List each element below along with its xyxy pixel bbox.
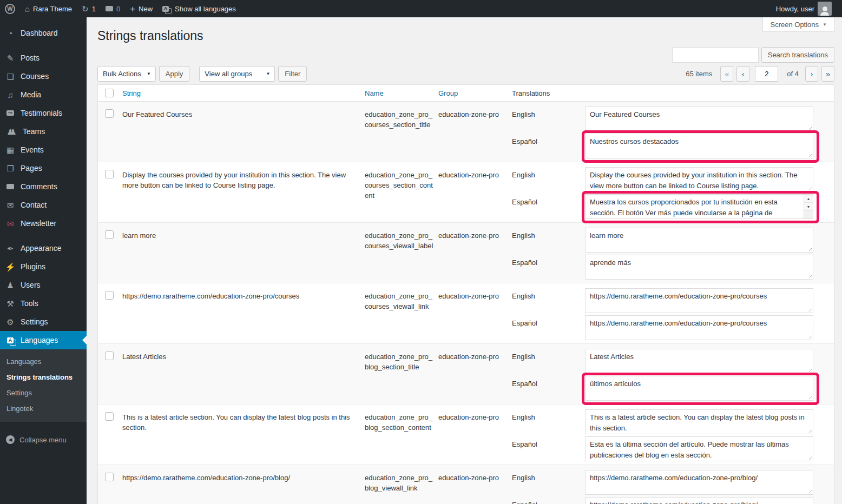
scroll-down-icon[interactable]: ▼ <box>804 203 813 211</box>
sidebar-item-label: Contact <box>21 201 47 209</box>
site-menu[interactable]: ⌂ Rara Theme <box>20 0 77 17</box>
english-translation-textarea[interactable]: learn more <box>585 228 813 253</box>
table-row: learn more education_zone_pro_courses_vi… <box>98 223 834 283</box>
sidebar-item-users[interactable]: ♟Users <box>0 276 87 294</box>
submenu-item-languages[interactable]: Languages <box>0 354 87 369</box>
textarea-scrollbar[interactable]: ▲▼ <box>804 195 813 218</box>
sidebar-item-pages[interactable]: ❐Pages <box>0 159 87 177</box>
sidebar-item-courses[interactable]: ❏Courses <box>0 67 87 85</box>
screen-options-button[interactable]: Screen Options ▼ <box>762 17 834 32</box>
filter-button[interactable]: Filter <box>278 66 307 82</box>
group-cell: education-zone-pro <box>438 474 499 482</box>
search-translations-button[interactable]: Search translations <box>761 47 834 63</box>
group-cell: education-zone-pro <box>438 353 499 361</box>
sidebar-item-newsletter[interactable]: ✉Newsletter <box>0 214 87 233</box>
updates-menu[interactable]: ↻ 1 <box>77 0 101 17</box>
table-toolbar: Bulk Actions ▼ Apply View all groups ▼ F… <box>97 66 834 82</box>
submenu-item-lingotek[interactable]: Lingotek <box>0 401 87 416</box>
english-translation-textarea[interactable]: Latest Articles <box>585 349 813 374</box>
column-header-group[interactable]: Group <box>438 89 458 97</box>
english-translation-textarea[interactable]: This is a latest article section. You ca… <box>585 409 813 434</box>
column-header-name[interactable]: Name <box>365 89 384 97</box>
previous-page-button[interactable]: ‹ <box>736 66 749 82</box>
admin-bar: W ⌂ Rara Theme ↻ 1 0 + New A Show all la… <box>0 0 842 17</box>
submenu-item-strings-translations[interactable]: Strings translations <box>0 369 87 385</box>
sidebar-item-label: Pages <box>21 164 42 173</box>
first-page-button[interactable]: « <box>720 66 733 82</box>
english-translation-textarea[interactable]: https://demo.raratheme.com/education-zon… <box>585 288 813 313</box>
language-label-spanish: Español <box>512 194 585 219</box>
last-page-button[interactable]: » <box>821 66 834 82</box>
string-cell: Display the courses provided by your ins… <box>122 171 346 189</box>
english-translation-textarea[interactable]: Our Featured Courses <box>585 107 813 131</box>
tools-icon: ⚒ <box>5 300 16 308</box>
row-checkbox[interactable] <box>105 170 114 178</box>
row-checkbox[interactable] <box>105 230 114 239</box>
sidebar-item-dashboard[interactable]: ◔Dashboard <box>0 24 87 42</box>
select-all-checkbox[interactable] <box>105 89 114 97</box>
sidebar-item-contact[interactable]: ✉Contact <box>0 196 87 214</box>
show-all-languages-menu[interactable]: A Show all languages <box>157 0 241 17</box>
row-checkbox[interactable] <box>105 473 114 481</box>
sidebar-item-label: Teams <box>23 127 45 136</box>
english-translation-textarea[interactable]: Display the courses provided by your ins… <box>585 167 813 192</box>
language-label-english: English <box>512 349 585 374</box>
table-row: https://demo.raratheme.com/education-zon… <box>98 283 834 344</box>
sidebar-item-label: Settings <box>21 317 48 326</box>
sidebar-item-label: Newsletter <box>21 219 56 228</box>
collapse-menu-label: Collapse menu <box>19 436 67 444</box>
user-icon: ♟ <box>5 281 16 289</box>
spanish-translation-textarea[interactable]: Nuestros cursos destacados <box>585 134 813 158</box>
row-checkbox[interactable] <box>105 109 114 118</box>
table-row: https://demo.raratheme.com/education-zon… <box>98 465 834 504</box>
spanish-translation-textarea[interactable]: Esta es la última sección del artículo. … <box>585 436 813 461</box>
sidebar-item-events[interactable]: ▦Events <box>0 141 87 159</box>
spanish-translation-textarea[interactable]: aprende más <box>585 255 813 280</box>
page-title: Strings translations <box>97 29 203 43</box>
sidebar-item-plugins[interactable]: ⚡Plugins <box>0 257 87 276</box>
wordpress-logo-menu[interactable]: W <box>0 0 20 17</box>
submenu-item-settings[interactable]: Settings <box>0 385 87 401</box>
strings-translations-table: String Name Group Translations Our Featu… <box>97 84 834 504</box>
sidebar-item-testimonials[interactable]: Testimonials <box>0 104 87 122</box>
sidebar-item-label: Tools <box>21 299 38 308</box>
search-input[interactable] <box>672 47 759 63</box>
row-checkbox[interactable] <box>105 352 114 360</box>
admin-sidebar: ◔Dashboard✎Posts❏Courses♫MediaTestimonia… <box>0 17 87 504</box>
new-content-menu[interactable]: + New <box>125 0 157 17</box>
column-header-translations: Translations <box>512 89 834 97</box>
howdy-menu[interactable]: Howdy, user <box>771 0 837 17</box>
english-translation-textarea[interactable]: https://demo.raratheme.com/education-zon… <box>585 470 813 495</box>
translation-icon: A <box>162 6 169 12</box>
row-checkbox[interactable] <box>105 291 114 300</box>
sidebar-item-label: Events <box>21 145 44 154</box>
items-count: 65 items <box>686 70 712 78</box>
sidebar-item-settings[interactable]: ⚙Settings <box>0 313 87 331</box>
spanish-translation-textarea[interactable]: https://demo.raratheme.com/education-zon… <box>585 497 813 504</box>
bulk-actions-select[interactable]: Bulk Actions ▼ <box>97 66 156 82</box>
row-checkbox[interactable] <box>105 412 114 421</box>
sidebar-item-languages[interactable]: ALanguages <box>0 331 87 349</box>
sidebar-item-media[interactable]: ♫Media <box>0 85 87 104</box>
scroll-up-icon[interactable]: ▲ <box>804 195 813 203</box>
new-label: New <box>139 5 153 13</box>
spanish-translation-textarea[interactable]: https://demo.raratheme.com/education-zon… <box>585 315 813 340</box>
next-page-button[interactable]: › <box>805 66 818 82</box>
apply-button[interactable]: Apply <box>159 66 190 82</box>
group-filter-select[interactable]: View all groups ▼ <box>199 66 275 82</box>
sidebar-item-tools[interactable]: ⚒Tools <box>0 294 87 313</box>
calendar-icon: ▦ <box>5 146 16 154</box>
spanish-translation-textarea[interactable]: Muestra los cursos proporcionados por tu… <box>585 194 813 219</box>
pagination: 65 items « ‹ of 4 › » <box>686 66 834 82</box>
sidebar-item-appearance[interactable]: ✒Appearance <box>0 239 87 257</box>
chevron-down-icon: ▼ <box>266 71 270 76</box>
collapse-menu-button[interactable]: ◀ Collapse menu <box>0 430 87 449</box>
sidebar-item-posts[interactable]: ✎Posts <box>0 49 87 67</box>
sidebar-item-comments[interactable]: Comments <box>0 177 87 196</box>
language-label-english: English <box>512 288 585 313</box>
spanish-translation-textarea[interactable]: últimos artículos <box>585 376 813 401</box>
sidebar-item-teams[interactable]: ♟Teams <box>0 122 87 141</box>
comments-menu[interactable]: 0 <box>101 0 125 17</box>
current-page-input[interactable] <box>755 66 778 82</box>
column-header-string[interactable]: String <box>122 89 141 97</box>
